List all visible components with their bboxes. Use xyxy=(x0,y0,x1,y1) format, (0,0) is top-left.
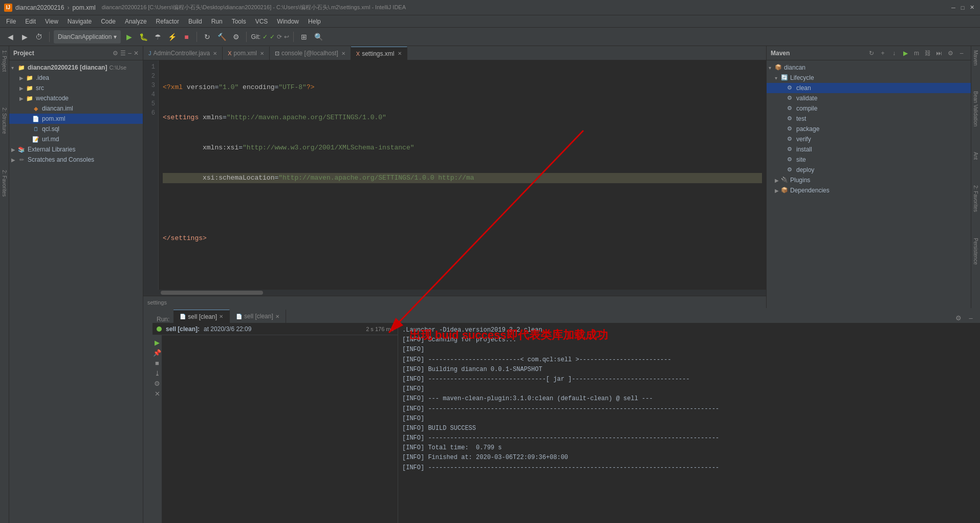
code-content[interactable]: 1 2 3 4 5 6 <?xml version="1.0" encoding… xyxy=(143,60,766,290)
tab-admin-controller[interactable]: J AdminController.java ✕ xyxy=(143,47,223,60)
bottom-tab-sell-clean-2[interactable]: 📄 sell [clean] ✕ xyxy=(230,310,286,323)
project-panel-collapse[interactable]: – xyxy=(128,50,132,57)
maven-package[interactable]: ▶ ⚙ package xyxy=(767,124,971,134)
tree-src[interactable]: ▶ 📁 src xyxy=(9,83,143,93)
left-sidebar-structure[interactable]: 2: Structure xyxy=(1,105,8,136)
maven-chain-btn[interactable]: ⛓ xyxy=(923,48,933,58)
settings-run-btn[interactable]: ⚙ xyxy=(153,378,162,388)
right-bean-label[interactable]: Bean Validation xyxy=(972,89,979,128)
toolbar-settings-btn[interactable]: ⚙ xyxy=(230,31,242,43)
left-sidebar-project[interactable]: 1: Project xyxy=(1,48,8,74)
project-panel-close[interactable]: ✕ xyxy=(134,50,139,57)
tab-settings-close[interactable]: ✕ xyxy=(398,51,402,56)
tab-pom-xml[interactable]: X pom.xml ✕ xyxy=(223,47,270,60)
maven-run-btn[interactable]: ▶ xyxy=(900,48,910,58)
pin-btn[interactable]: 📌 xyxy=(153,347,162,358)
left-sidebar-favorites[interactable]: 2: Favorites xyxy=(1,168,8,199)
maven-add-btn[interactable]: + xyxy=(878,48,888,58)
scroll-end-btn[interactable]: ⤓ xyxy=(153,368,162,378)
maven-validate[interactable]: ▶ ⚙ validate xyxy=(767,93,971,103)
tab-console[interactable]: ⊡ console [@localhost] ✕ xyxy=(270,47,351,60)
menu-refactor[interactable]: Refactor xyxy=(152,17,183,26)
stop-button[interactable]: ■ xyxy=(180,31,192,43)
tab-admin-close[interactable]: ✕ xyxy=(213,51,217,56)
tree-pom-xml[interactable]: ▶ 📄 pom.xml xyxy=(9,114,143,124)
menu-build[interactable]: Build xyxy=(184,17,206,26)
bottom-settings-btn[interactable]: ⚙ xyxy=(953,313,964,323)
maven-deps-group[interactable]: ▶ 📦 Dependencies xyxy=(767,185,971,195)
right-persistence-label[interactable]: Persistence xyxy=(972,236,979,267)
maven-test[interactable]: ▶ ⚙ test xyxy=(767,114,971,124)
stop-run-btn[interactable]: ■ xyxy=(153,358,162,368)
maven-root-diancan[interactable]: ▾ 📦 diancan xyxy=(767,62,971,73)
tab-settings-xml[interactable]: X settings.xml ✕ xyxy=(351,47,407,60)
menu-analyze[interactable]: Analyze xyxy=(121,17,151,26)
project-panel-settings[interactable]: ⚙ xyxy=(113,50,118,57)
menu-code[interactable]: Code xyxy=(97,17,120,26)
iml-icon: ◆ xyxy=(32,104,40,113)
toolbar-update-btn[interactable]: ↻ xyxy=(201,31,213,43)
menu-view[interactable]: View xyxy=(41,17,62,26)
tree-idea[interactable]: ▶ 📁 .idea xyxy=(9,73,143,83)
horizontal-scrollbar[interactable] xyxy=(143,290,766,296)
menu-run[interactable]: Run xyxy=(207,17,227,26)
bottom-tab-sell-clean-1[interactable]: 📄 sell [clean] ✕ xyxy=(173,310,230,323)
minimize-button[interactable]: ─ xyxy=(949,4,957,12)
maven-lifecycle-group[interactable]: ▾ 🔄 Lifecycle xyxy=(767,73,971,83)
menu-navigate[interactable]: Navigate xyxy=(63,17,96,26)
debug-button[interactable]: 🐛 xyxy=(137,31,149,43)
project-panel-layout[interactable]: ☰ xyxy=(120,50,126,57)
tree-diancan-iml[interactable]: ▶ ◆ diancan.iml xyxy=(9,103,143,114)
tab-console-close[interactable]: ✕ xyxy=(341,51,345,56)
run-config-selector[interactable]: DianCanApplication ▾ xyxy=(54,30,121,43)
tree-url-md[interactable]: ▶ 📝 url.md xyxy=(9,134,143,144)
tree-scratches[interactable]: ▶ ✏ Scratches and Consoles xyxy=(9,155,143,165)
maven-m-btn[interactable]: m xyxy=(911,48,922,58)
right-maven-label[interactable]: Maven xyxy=(972,48,979,68)
right-favorites-label[interactable]: 2: Favorites xyxy=(972,183,979,214)
run-output[interactable]: .Launcher -Didea.version2019.3.2 clean [… xyxy=(398,323,980,523)
maven-settings-btn[interactable]: ⚙ xyxy=(945,48,955,58)
toolbar-vcs-btn[interactable]: ⊞ xyxy=(298,31,310,43)
maven-skip-btn[interactable]: ⏭ xyxy=(934,48,944,58)
coverage-button[interactable]: ☂ xyxy=(151,31,164,43)
tree-root[interactable]: ▾ 📁 diancan20200216 [diancan] C:\Use xyxy=(9,62,143,73)
menu-edit[interactable]: Edit xyxy=(21,17,40,26)
scrollbar-thumb[interactable] xyxy=(161,291,263,295)
rerun-btn[interactable]: ▶ xyxy=(153,337,162,347)
toolbar-forward-btn[interactable]: ▶ xyxy=(18,31,31,43)
maven-clean[interactable]: ▶ ⚙ clean xyxy=(767,83,971,93)
profile-button[interactable]: ⚡ xyxy=(166,31,178,43)
maximize-button[interactable]: □ xyxy=(959,4,967,12)
maven-collapse-btn[interactable]: – xyxy=(956,48,967,58)
tree-qcl-sql[interactable]: ▶ 🗒 qcl.sql xyxy=(9,124,143,134)
tree-ext-libs[interactable]: ▶ 📚 External Libraries xyxy=(9,144,143,155)
close-button[interactable]: ✕ xyxy=(968,4,976,12)
toolbar-build-btn[interactable]: 🔨 xyxy=(215,31,228,43)
maven-plugins-group[interactable]: ▶ 🔌 Plugins xyxy=(767,175,971,185)
toolbar-back-btn[interactable]: ◀ xyxy=(4,31,16,43)
bottom-minimize-btn[interactable]: – xyxy=(966,313,976,323)
maven-install[interactable]: ▶ ⚙ install xyxy=(767,144,971,155)
maven-compile[interactable]: ▶ ⚙ compile xyxy=(767,103,971,114)
close-run-btn[interactable]: ✕ xyxy=(153,388,162,399)
code-lines[interactable]: <?xml version="1.0" encoding="UTF-8"?> <… xyxy=(159,60,766,290)
toolbar-recent-btn[interactable]: ⏱ xyxy=(33,31,45,43)
sell-tab-close-2[interactable]: ✕ xyxy=(275,314,279,319)
tab-pom-close[interactable]: ✕ xyxy=(260,51,264,56)
menu-file[interactable]: File xyxy=(2,17,20,26)
right-ant-label[interactable]: Ant xyxy=(972,150,979,162)
maven-deploy[interactable]: ▶ ⚙ deploy xyxy=(767,165,971,175)
tree-wechatcode[interactable]: ▶ 📁 wechatcode xyxy=(9,93,143,103)
toolbar-search-btn[interactable]: 🔍 xyxy=(312,31,324,43)
maven-site[interactable]: ▶ ⚙ site xyxy=(767,155,971,165)
menu-tools[interactable]: Tools xyxy=(228,17,250,26)
run-button[interactable]: ▶ xyxy=(123,31,135,43)
menu-vcs[interactable]: VCS xyxy=(251,17,272,26)
maven-refresh-btn[interactable]: ↻ xyxy=(866,48,877,58)
menu-window[interactable]: Window xyxy=(273,17,303,26)
maven-verify[interactable]: ▶ ⚙ verify xyxy=(767,134,971,144)
menu-help[interactable]: Help xyxy=(304,17,325,26)
maven-download-btn[interactable]: ↓ xyxy=(889,48,899,58)
sell-tab-close-1[interactable]: ✕ xyxy=(219,314,223,319)
